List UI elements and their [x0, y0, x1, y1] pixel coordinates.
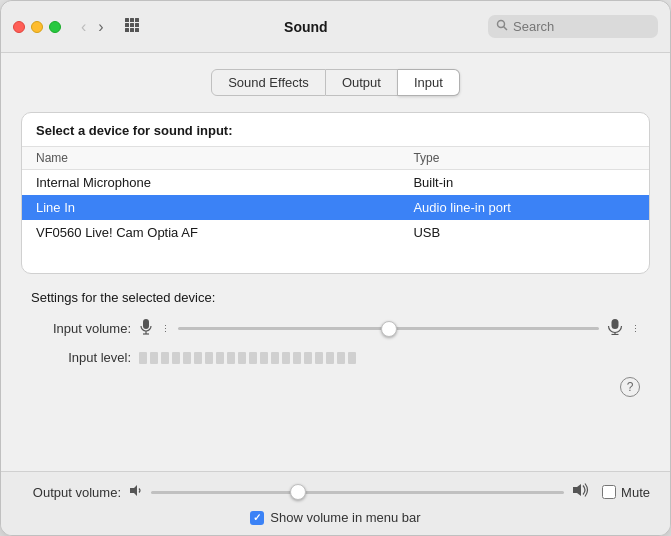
svg-rect-8 — [135, 28, 139, 32]
mute-label: Mute — [621, 485, 650, 500]
level-bar — [205, 352, 213, 364]
device-name: Internal Microphone — [22, 170, 399, 196]
svg-rect-14 — [612, 319, 619, 329]
input-volume-slider[interactable] — [178, 327, 599, 330]
svg-rect-4 — [130, 23, 134, 27]
device-table: Name Type Internal Microphone Built-in L… — [22, 146, 649, 273]
device-type: Audio line-in port — [399, 195, 649, 220]
svg-rect-6 — [125, 28, 129, 32]
input-volume-slider-container — [178, 327, 599, 330]
level-bar — [304, 352, 312, 364]
settings-title: Settings for the selected device: — [31, 290, 640, 305]
content-area: Sound Effects Output Input Select a devi… — [1, 53, 670, 471]
settings-section: Settings for the selected device: Input … — [21, 290, 650, 397]
level-bar — [315, 352, 323, 364]
level-bar — [183, 352, 191, 364]
mic-low-icon — [139, 319, 153, 338]
output-volume-row: Output volume: Mute — [21, 482, 650, 502]
window-title: Sound — [152, 19, 460, 35]
level-bar — [282, 352, 290, 364]
tab-input[interactable]: Input — [398, 69, 460, 96]
svg-marker-17 — [130, 485, 137, 496]
level-bar — [326, 352, 334, 364]
level-bar — [348, 352, 356, 364]
mic-high-icon — [607, 319, 623, 338]
bottom-bar: Output volume: Mute — [1, 471, 670, 535]
svg-point-9 — [498, 21, 505, 28]
device-name: VF0560 Live! Cam Optia AF — [22, 220, 399, 245]
col-type: Type — [399, 147, 649, 170]
mute-checkbox[interactable] — [602, 485, 616, 499]
svg-rect-1 — [130, 18, 134, 22]
level-bar — [227, 352, 235, 364]
output-volume-label: Output volume: — [21, 485, 121, 500]
level-bar — [172, 352, 180, 364]
input-level-row: Input level: — [31, 350, 640, 365]
mute-area: Mute — [602, 485, 650, 500]
level-bar — [260, 352, 268, 364]
level-bars — [139, 352, 356, 364]
show-volume-checkbox[interactable] — [250, 511, 264, 525]
search-input[interactable] — [513, 19, 633, 34]
svg-rect-2 — [135, 18, 139, 22]
device-name: Line In — [22, 195, 399, 220]
input-volume-row: Input volume: ⋮ — [31, 319, 640, 338]
table-row[interactable]: VF0560 Live! Cam Optia AF USB — [22, 220, 649, 245]
svg-rect-11 — [143, 319, 149, 329]
tab-output[interactable]: Output — [326, 69, 398, 96]
show-volume-label: Show volume in menu bar — [270, 510, 420, 525]
grid-button[interactable] — [120, 15, 144, 38]
volume-low-icon — [129, 484, 143, 500]
device-selection-box: Select a device for sound input: Name Ty… — [21, 112, 650, 274]
svg-marker-18 — [573, 484, 581, 496]
level-bar — [337, 352, 345, 364]
input-volume-label: Input volume: — [31, 321, 131, 336]
nav-buttons: ‹ › — [77, 17, 108, 37]
maximize-button[interactable] — [49, 21, 61, 33]
device-type: Built-in — [399, 170, 649, 196]
minimize-button[interactable] — [31, 21, 43, 33]
level-bar — [161, 352, 169, 364]
device-type: USB — [399, 220, 649, 245]
sound-preferences-window: ‹ › Sound — [0, 0, 671, 536]
traffic-lights — [13, 21, 61, 33]
volume-dots-left: ⋮ — [161, 324, 170, 334]
table-row[interactable]: Line In Audio line-in port — [22, 195, 649, 220]
volume-dots-right: ⋮ — [631, 324, 640, 334]
tab-sound-effects[interactable]: Sound Effects — [211, 69, 326, 96]
tab-bar: Sound Effects Output Input — [21, 69, 650, 96]
svg-rect-5 — [135, 23, 139, 27]
forward-button[interactable]: › — [94, 17, 107, 37]
help-button[interactable]: ? — [620, 377, 640, 397]
output-volume-slider[interactable] — [151, 491, 564, 494]
level-bar — [249, 352, 257, 364]
level-bar — [293, 352, 301, 364]
level-bar — [194, 352, 202, 364]
level-bar — [238, 352, 246, 364]
show-volume-row: Show volume in menu bar — [21, 510, 650, 525]
svg-rect-3 — [125, 23, 129, 27]
device-section-title: Select a device for sound input: — [22, 113, 649, 146]
empty-row — [22, 245, 649, 273]
col-name: Name — [22, 147, 399, 170]
svg-rect-7 — [130, 28, 134, 32]
table-row[interactable]: Internal Microphone Built-in — [22, 170, 649, 196]
volume-high-icon — [572, 482, 590, 502]
level-bar — [139, 352, 147, 364]
svg-line-10 — [504, 27, 508, 31]
help-row: ? — [31, 377, 640, 397]
level-bar — [150, 352, 158, 364]
search-icon — [496, 19, 508, 34]
input-level-label: Input level: — [31, 350, 131, 365]
level-bar — [216, 352, 224, 364]
titlebar: ‹ › Sound — [1, 1, 670, 53]
close-button[interactable] — [13, 21, 25, 33]
level-bar — [271, 352, 279, 364]
back-button[interactable]: ‹ — [77, 17, 90, 37]
search-bar — [488, 15, 658, 38]
svg-rect-0 — [125, 18, 129, 22]
